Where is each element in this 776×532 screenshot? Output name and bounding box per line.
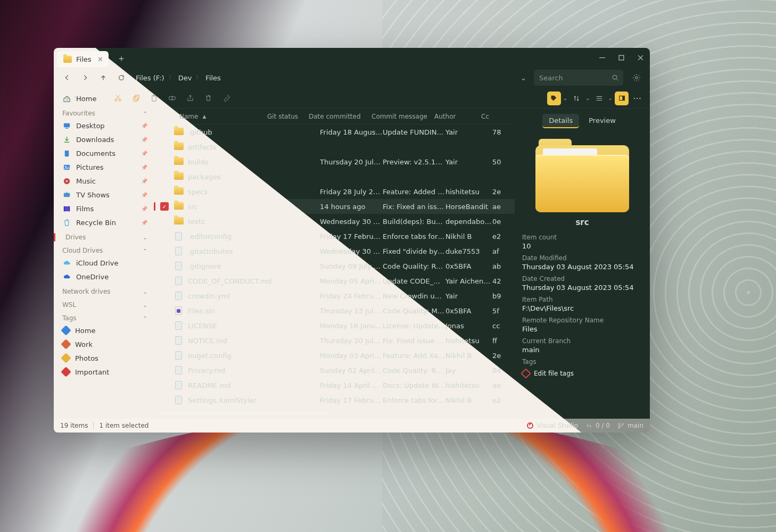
- sidebar-item-tv-shows[interactable]: TV Shows📌: [59, 188, 151, 202]
- file-row[interactable]: ✓README.mdFriday 14 April 2023Docs: Upda…: [154, 378, 515, 393]
- breadcrumb-dropdown[interactable]: ⌄: [521, 74, 526, 82]
- tag-icon: [61, 367, 71, 377]
- file-row[interactable]: ✓.gitignoreSunday 09 July 2023Code Quali…: [154, 259, 515, 273]
- sidebar-item-pictures[interactable]: Pictures📌: [59, 160, 151, 174]
- sidebar-item-recycle-bin[interactable]: Recycle Bin📌: [59, 215, 151, 229]
- sidebar-header-network[interactable]: Network drives⌄: [59, 284, 151, 297]
- maximize-button[interactable]: [612, 48, 631, 67]
- pin-icon[interactable]: 📌: [141, 151, 147, 156]
- col-msg[interactable]: Commit message: [372, 113, 434, 120]
- chevron-down-icon[interactable]: ⌄: [608, 95, 613, 101]
- rename-button[interactable]: [164, 90, 180, 106]
- sidebar-tag-home[interactable]: Home: [59, 323, 151, 337]
- row-checkbox[interactable]: ✓: [160, 202, 169, 211]
- sidebar-header-cloud[interactable]: Cloud Drives⌃: [59, 243, 151, 256]
- file-row[interactable]: ✓nuget.configMonday 03 April 2023Feature…: [154, 348, 515, 363]
- preview-pane-button[interactable]: [615, 92, 629, 105]
- sidebar-header-wsl[interactable]: WSL⌄: [59, 297, 151, 310]
- search-box[interactable]: [534, 70, 623, 86]
- open-in-vs-button[interactable]: Visual Studio: [527, 422, 578, 429]
- file-row[interactable]: ✓CODE_OF_CONDUCT.mdMonday 05 April 2021U…: [154, 273, 515, 288]
- sidebar-item-desktop[interactable]: Desktop📌: [59, 119, 151, 132]
- forward-button[interactable]: [77, 70, 93, 86]
- col-author[interactable]: Author: [434, 113, 481, 120]
- sidebar-item-onedrive[interactable]: OneDrive: [59, 270, 151, 284]
- search-input[interactable]: [539, 74, 607, 82]
- pin-icon[interactable]: 📌: [141, 220, 147, 226]
- tab-preview[interactable]: Preview: [582, 114, 622, 128]
- sidebar-tag-photos[interactable]: Photos: [59, 351, 151, 365]
- more-button[interactable]: ⋯: [631, 92, 645, 105]
- sidebar-tag-important[interactable]: Important: [59, 365, 151, 379]
- sidebar-item-music[interactable]: Music📌: [59, 174, 151, 188]
- sidebar-item-icloud-drive[interactable]: iCloud Drive: [59, 256, 151, 270]
- file-row[interactable]: ✓NOTICE.mdThursday 20 July 2023Fix: Fixe…: [154, 333, 515, 348]
- svg-rect-12: [63, 123, 69, 127]
- sidebar-item-films[interactable]: Films📌: [59, 202, 151, 215]
- sidebar-header-tags[interactable]: Tags⌃: [59, 310, 151, 323]
- tab-files[interactable]: Files ✕: [57, 51, 109, 67]
- settings-button[interactable]: [629, 70, 645, 86]
- chevron-down-icon[interactable]: ⌄: [585, 95, 590, 101]
- file-row[interactable]: ✓buildsThursday 20 July 2023Preview: v2.…: [154, 154, 515, 169]
- git-branch-button[interactable]: main: [617, 422, 643, 429]
- pin-icon[interactable]: 📌: [141, 192, 147, 198]
- file-row[interactable]: ✓LICENSEMonday 16 January 2023License: U…: [154, 318, 515, 333]
- file-row[interactable]: ✓.editorconfigFriday 17 February 2023Enf…: [154, 229, 515, 244]
- file-row[interactable]: ✓src14 hours agoFix: Fixed an issue wher…: [154, 199, 515, 214]
- col-date[interactable]: Date committed: [309, 113, 372, 120]
- close-button[interactable]: [631, 48, 650, 67]
- file-row[interactable]: ✓.gitattributesWednesday 30 May 2018Fixe…: [154, 244, 515, 259]
- file-row[interactable]: ✓crowdin.ymlFriday 24 February 2023New C…: [154, 288, 515, 303]
- layout-button[interactable]: [592, 92, 606, 105]
- delete-button[interactable]: [201, 90, 217, 106]
- crumb-root[interactable]: Files (F:): [135, 73, 166, 83]
- up-button[interactable]: [95, 70, 111, 86]
- file-name: NOTICE.md: [188, 337, 278, 345]
- col-git[interactable]: Git status: [267, 113, 309, 120]
- crumb-dev[interactable]: Dev: [177, 73, 193, 83]
- chevron-down-icon[interactable]: ⌄: [563, 95, 567, 101]
- file-row[interactable]: ✓testsWednesday 30 August 2…Build(deps):…: [154, 214, 515, 229]
- search-icon[interactable]: [612, 73, 619, 84]
- edit-tags-button[interactable]: Edit file tags: [522, 370, 642, 377]
- pin-icon[interactable]: 📌: [141, 178, 147, 184]
- sort-button[interactable]: [569, 92, 583, 105]
- file-row[interactable]: ✓Settings.XamlStylerFriday 17 February 2…: [154, 393, 515, 408]
- sidebar-home[interactable]: Home: [59, 92, 151, 105]
- breadcrumb[interactable]: Files (F:) 〉 Dev 〉 Files ⌄: [135, 73, 532, 83]
- file-row[interactable]: ✓artifacts: [154, 139, 515, 154]
- tab-details[interactable]: Details: [542, 114, 579, 128]
- minimize-button[interactable]: [592, 48, 612, 67]
- git-sync-button[interactable]: 0 / 0: [585, 422, 610, 429]
- file-row[interactable]: ✓packages: [154, 169, 515, 184]
- crumb-files[interactable]: Files: [204, 73, 222, 83]
- properties-button[interactable]: [219, 90, 235, 106]
- back-button[interactable]: [59, 70, 75, 86]
- file-row[interactable]: ✓Privacy.mdSunday 02 April 2023Code Qual…: [154, 363, 515, 378]
- file-row[interactable]: ✓Files.slnThursday 13 July 2023Code Qual…: [154, 303, 515, 318]
- file-row[interactable]: ✓.githubFriday 18 August 2023Update FUND…: [154, 124, 515, 139]
- sidebar-header-favourites[interactable]: Favourites⌃: [59, 105, 151, 119]
- column-headers[interactable]: Name▲ Git status Date committed Commit m…: [154, 109, 515, 124]
- refresh-button[interactable]: [113, 70, 129, 86]
- scrollbar-thumb[interactable]: [160, 412, 328, 415]
- svg-point-25: [622, 423, 623, 425]
- col-commit[interactable]: Cc: [481, 113, 509, 120]
- sidebar-item-documents[interactable]: Documents📌: [59, 146, 151, 160]
- pin-icon[interactable]: 📌: [141, 164, 147, 170]
- file-row[interactable]: ✓specsFriday 28 July 2023Feature: Added …: [154, 184, 515, 199]
- sidebar-tag-work[interactable]: Work: [59, 337, 151, 351]
- tag-filter-button[interactable]: [547, 92, 561, 105]
- pin-icon[interactable]: 📌: [141, 137, 147, 143]
- tab-close-button[interactable]: ✕: [97, 55, 104, 63]
- sidebar-header-drives[interactable]: Drives⌄: [59, 229, 151, 243]
- new-tab-button[interactable]: ＋: [114, 51, 129, 66]
- desktop-icon: [62, 121, 71, 130]
- share-button[interactable]: [183, 90, 199, 106]
- sidebar-item-downloads[interactable]: Downloads📌: [59, 132, 151, 146]
- horizontal-scrollbar[interactable]: [160, 412, 509, 415]
- col-name[interactable]: Name: [179, 113, 198, 120]
- pin-icon[interactable]: 📌: [141, 123, 147, 129]
- pin-icon[interactable]: 📌: [141, 206, 147, 212]
